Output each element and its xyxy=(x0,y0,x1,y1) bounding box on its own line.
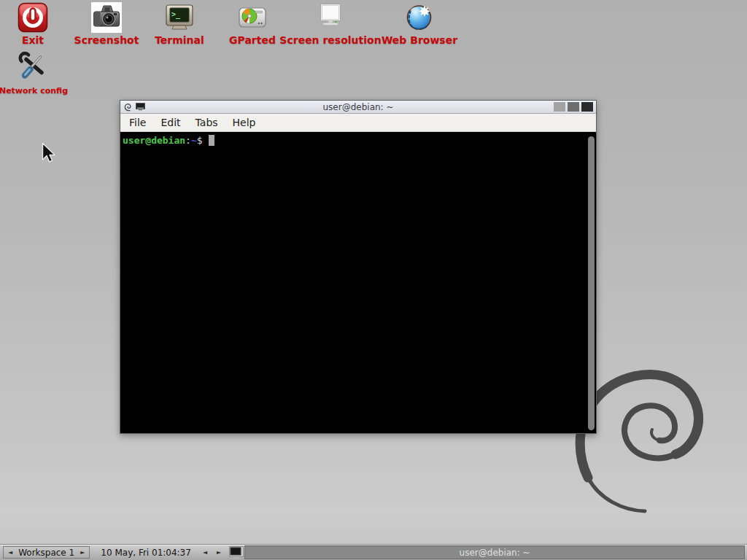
window-titlebar[interactable]: user@debian: ~ xyxy=(120,101,596,114)
prompt-cwd: ~ xyxy=(191,135,197,146)
desktop-icon-network-config[interactable]: Network config xyxy=(0,51,82,96)
maximize-button[interactable] xyxy=(568,102,579,112)
globe-icon xyxy=(404,2,435,33)
camera-icon xyxy=(91,2,122,33)
power-icon xyxy=(18,2,48,33)
taskbar-clock: 10 May, Fri 01:04:37 xyxy=(101,548,191,558)
prompt-symbol: $ xyxy=(197,135,209,146)
scrollbar-thumb[interactable] xyxy=(588,136,595,430)
desktop-icon-label: Exit xyxy=(22,34,44,46)
harddisk-partition-icon xyxy=(237,2,268,33)
svg-text:>_: >_ xyxy=(171,10,181,19)
close-button[interactable] xyxy=(581,102,593,112)
monitor-icon xyxy=(229,546,244,559)
desktop-icon-label: Screen resolution xyxy=(279,34,381,46)
desktop-icon-label: Screenshot xyxy=(74,34,139,46)
terminal-content[interactable]: user@debian:~$ xyxy=(120,132,596,433)
desktop-icon-web-browser[interactable]: Web Browser xyxy=(371,2,468,46)
task-prev-button[interactable]: ◄ xyxy=(203,550,207,556)
task-button-terminal[interactable]: user@debian: ~ xyxy=(244,545,745,559)
terminal-cursor xyxy=(209,135,214,146)
desktop-icon-label: GParted xyxy=(229,34,276,46)
show-desktop-button[interactable] xyxy=(229,546,244,559)
terminal-window: user@debian: ~ File Edit Tabs Help user@… xyxy=(120,100,597,434)
desktop-icon-label: Network config xyxy=(0,86,68,96)
desktop-icon-label: Terminal xyxy=(155,34,204,46)
tools-icon xyxy=(18,51,50,85)
prompt-separator: : xyxy=(185,135,191,146)
monitor-icon xyxy=(315,2,346,33)
workspace-next-button[interactable]: ► xyxy=(80,550,85,556)
task-next-button[interactable]: ► xyxy=(217,550,221,556)
desktop-icon-screen-resolution[interactable]: Screen resolution xyxy=(282,2,379,46)
minimize-button[interactable] xyxy=(554,102,565,112)
workspace-prev-button[interactable]: ◄ xyxy=(8,550,12,556)
taskbar: ◄ Workspace 1 ► 10 May, Fri 01:04:37 ◄ ►… xyxy=(0,544,747,560)
workspace-label: Workspace 1 xyxy=(18,548,74,558)
desktop-icon-label: Web Browser xyxy=(382,34,457,46)
shell-prompt: user@debian:~$ xyxy=(123,135,594,146)
terminal-icon xyxy=(136,103,145,111)
menu-file[interactable]: File xyxy=(122,114,153,131)
window-title: user@debian: ~ xyxy=(120,102,596,112)
crt-terminal-icon: >_ xyxy=(164,2,195,33)
menu-tabs[interactable]: Tabs xyxy=(188,114,225,131)
menu-edit[interactable]: Edit xyxy=(153,114,187,131)
workspace-pager: ◄ Workspace 1 ► xyxy=(3,546,90,559)
menu-help[interactable]: Help xyxy=(225,114,263,131)
task-nav: ◄ ► xyxy=(203,550,221,556)
debian-swirl-icon xyxy=(123,103,132,112)
prompt-user-host: user@debian xyxy=(123,135,185,146)
menu-bar: File Edit Tabs Help xyxy=(120,114,596,132)
terminal-scrollbar[interactable] xyxy=(588,136,595,430)
mouse-pointer xyxy=(42,142,56,168)
